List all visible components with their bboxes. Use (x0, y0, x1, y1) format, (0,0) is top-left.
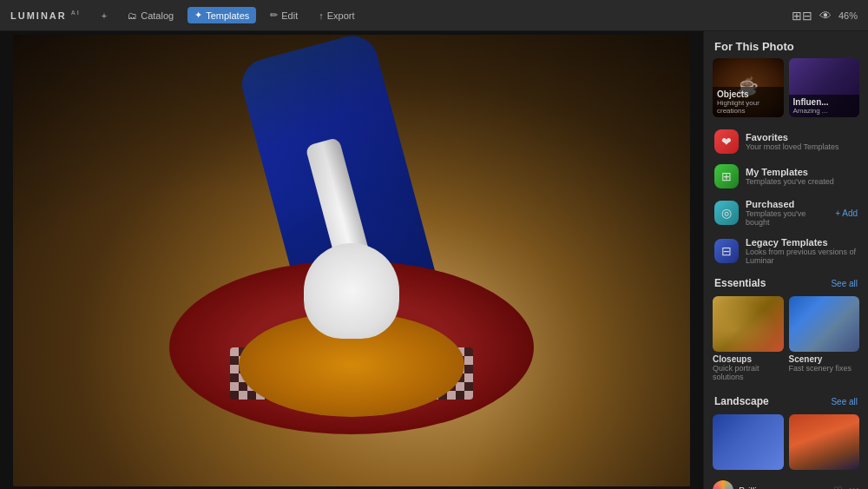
favorites-icon: ❤ (714, 129, 739, 154)
brilliance-more-icon[interactable]: ••• (848, 485, 859, 489)
essentials-see-all[interactable]: See all (831, 279, 858, 288)
my-templates-item[interactable]: ⊞ My Templates Templates you've created (704, 159, 868, 194)
favorites-subtitle: Your most loved Templates (746, 142, 858, 151)
scenery-thumbnail (789, 296, 860, 352)
purchased-title: Purchased (746, 199, 828, 209)
topbar-right: ⊞⊟ 👁 46% (792, 9, 858, 23)
favorites-title: Favorites (746, 132, 858, 142)
photo-vignette (13, 35, 690, 486)
main-area: For This Photo Objects Highlight your cr… (0, 31, 868, 489)
my-templates-text: My Templates Templates you've created (746, 167, 858, 186)
legacy-text: Legacy Templates Looks from previous ver… (746, 237, 858, 265)
legacy-subtitle: Looks from previous versions of Luminar (746, 248, 858, 265)
landscape-thumb-2[interactable] (789, 414, 860, 470)
export-icon: ↑ (319, 10, 324, 21)
add-icon: + (102, 10, 107, 21)
landscape-see-all[interactable]: See all (831, 397, 858, 406)
brilliance-row: Brilliance ♡ ••• (704, 477, 868, 489)
templates-button[interactable]: ✦ Templates (187, 7, 256, 23)
catalog-icon: 🗂 (128, 10, 137, 21)
favorites-text: Favorites Your most loved Templates (746, 132, 858, 151)
essentials-grid: Closeups Quick portrait solutions Scener… (704, 293, 868, 388)
favorites-item[interactable]: ❤ Favorites Your most loved Templates (704, 124, 868, 159)
objects-title: Objects (717, 89, 779, 99)
brilliance-icon (713, 480, 733, 489)
influence-title: Influen... (793, 97, 856, 107)
legacy-icon: ⊟ (714, 239, 739, 263)
scenery-sub: Fast scenery fixes (789, 364, 860, 373)
my-templates-icon: ⊞ (714, 164, 739, 188)
closeups-sub: Quick portrait solutions (713, 364, 784, 381)
closeups-thumbnail (713, 296, 784, 352)
legacy-title: Legacy Templates (746, 237, 858, 248)
scenery-caption: Scenery (789, 354, 860, 364)
essentials-title: Essentials (714, 277, 831, 289)
edit-button[interactable]: ✏ Edit (263, 7, 305, 23)
grid-view-icon[interactable]: ⊞⊟ (792, 9, 812, 23)
edit-icon: ✏ (270, 10, 278, 21)
purchased-text: Purchased Templates you've bought (746, 199, 828, 227)
add-purchased-button[interactable]: + Add (835, 208, 858, 218)
influence-subtitle: Amazing ... (793, 107, 856, 115)
purchased-subtitle: Templates you've bought (746, 209, 828, 227)
landscape-header: Landscape See all (704, 388, 868, 411)
my-templates-title: My Templates (746, 167, 858, 177)
photo-area (0, 31, 703, 489)
brilliance-actions: ♡ ••• (833, 485, 859, 489)
essentials-header: Essentials See all (704, 270, 868, 293)
landscape-thumbnail-1 (713, 414, 784, 470)
landscape-thumb-1[interactable] (713, 414, 784, 470)
sidebar: For This Photo Objects Highlight your cr… (703, 31, 868, 489)
purchased-icon: ◎ (714, 201, 739, 225)
objects-thumbnail[interactable]: Objects Highlight your creations (713, 58, 784, 117)
eye-icon[interactable]: 👁 (819, 9, 832, 23)
landscape-thumbnail-2 (789, 414, 860, 470)
brilliance-heart-icon[interactable]: ♡ (833, 485, 843, 489)
my-templates-subtitle: Templates you've created (746, 177, 858, 186)
templates-icon: ✦ (194, 10, 202, 21)
for-this-photo-grid: Objects Highlight your creations Influen… (713, 58, 859, 117)
zoom-level[interactable]: 46% (838, 10, 858, 21)
brilliance-label: Brilliance (739, 486, 828, 489)
topbar: LUMINAR AI + 🗂 Catalog ✦ Templates ✏ Edi… (0, 0, 868, 31)
for-this-photo-section: Objects Highlight your creations Influen… (704, 58, 868, 124)
objects-label: Objects Highlight your creations (713, 87, 784, 117)
export-button[interactable]: ↑ Export (312, 8, 361, 23)
landscape-grid (704, 411, 868, 477)
scenery-item[interactable]: Scenery Fast scenery fixes (789, 296, 860, 381)
purchased-item[interactable]: ◎ Purchased Templates you've bought + Ad… (704, 194, 868, 232)
legacy-item[interactable]: ⊟ Legacy Templates Looks from previous v… (704, 232, 868, 270)
influence-label: Influen... Amazing ... (789, 95, 860, 117)
catalog-button[interactable]: 🗂 Catalog (121, 8, 181, 23)
add-button[interactable]: + (95, 8, 114, 23)
landscape-title: Landscape (714, 395, 831, 407)
influence-thumbnail[interactable]: Influen... Amazing ... (789, 58, 860, 117)
photo-canvas (13, 35, 690, 486)
closeups-caption: Closeups (713, 354, 784, 364)
objects-subtitle: Highlight your creations (717, 99, 779, 115)
app-logo: LUMINAR AI (10, 10, 81, 21)
for-this-photo-title: For This Photo (704, 31, 868, 58)
closeups-item[interactable]: Closeups Quick portrait solutions (713, 296, 784, 381)
